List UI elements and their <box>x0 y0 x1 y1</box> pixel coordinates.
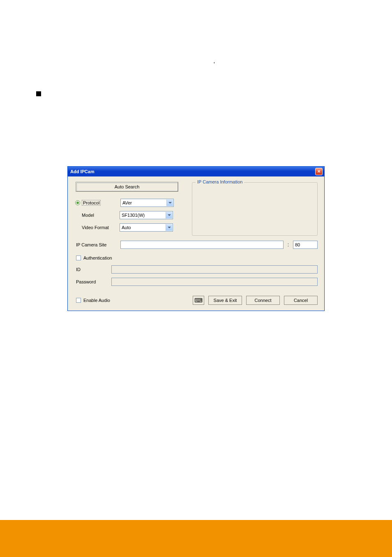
id-input[interactable] <box>111 265 318 274</box>
enable-audio-label: Enable Audio <box>83 298 110 303</box>
ip-camera-site-label: IP Camera Site <box>74 242 120 247</box>
connect-button[interactable]: Connect <box>246 296 280 305</box>
stray-apostrophe: ' <box>214 61 215 67</box>
virtual-keyboard-button[interactable]: ⌨ <box>193 296 204 305</box>
authentication-checkbox[interactable] <box>76 255 81 260</box>
cancel-button[interactable]: Cancel <box>284 296 318 305</box>
chevron-down-icon <box>166 212 172 218</box>
authentication-label: Authentication <box>83 255 112 260</box>
video-format-select[interactable]: Auto <box>120 223 173 232</box>
password-input[interactable] <box>111 278 318 286</box>
auto-search-button[interactable]: Auto Search <box>76 182 178 191</box>
footer-orange-bar <box>0 520 392 557</box>
dialog-body: Auto Search Protocol AVer Model SF1301(W… <box>68 176 324 311</box>
add-ipcam-dialog: Add IPCam ✕ Auto Search Protocol AVer <box>67 166 325 311</box>
model-value: SF1301(W) <box>122 213 145 218</box>
keyboard-icon: ⌨ <box>194 297 203 304</box>
video-format-value: Auto <box>122 225 131 230</box>
protocol-value: AVer <box>122 200 132 205</box>
close-button[interactable]: ✕ <box>315 168 323 175</box>
dialog-title: Add IPCam <box>70 169 95 174</box>
groupbox-title: IP Camera Information <box>196 179 244 184</box>
save-exit-button[interactable]: Save & Exit <box>208 296 242 305</box>
id-label: ID <box>74 267 111 272</box>
ip-camera-site-input[interactable] <box>120 241 284 249</box>
password-label: Password <box>74 279 111 284</box>
chevron-down-icon <box>166 224 172 231</box>
video-format-label: Video Format <box>74 225 120 230</box>
enable-audio-checkbox[interactable] <box>76 298 81 303</box>
model-label: Model <box>74 213 120 218</box>
chevron-down-icon <box>166 200 173 206</box>
titlebar[interactable]: Add IPCam ✕ <box>68 167 324 176</box>
protocol-select[interactable]: AVer <box>120 199 174 207</box>
ip-camera-info-group: IP Camera Information <box>192 182 318 236</box>
model-select[interactable]: SF1301(W) <box>120 211 173 219</box>
protocol-label: Protocol <box>82 200 101 206</box>
port-separator: : <box>288 242 289 248</box>
bullet-square <box>36 91 41 96</box>
port-input[interactable] <box>293 241 318 249</box>
protocol-radio[interactable] <box>75 200 80 205</box>
close-icon: ✕ <box>317 169 321 174</box>
